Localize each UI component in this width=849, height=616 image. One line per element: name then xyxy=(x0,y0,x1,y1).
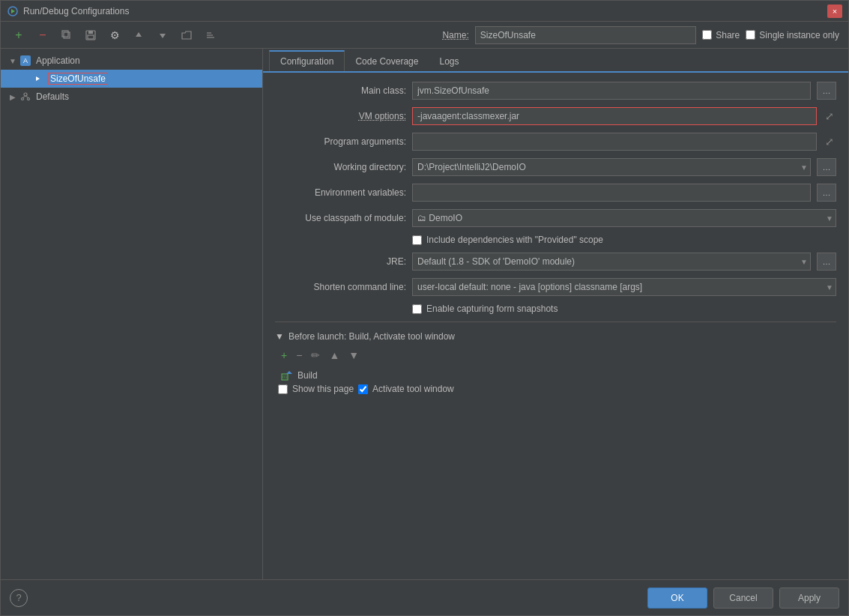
main-class-row: Main class: … xyxy=(275,82,836,100)
run-config-icon xyxy=(31,72,44,85)
build-item: 01 Build xyxy=(275,367,836,384)
window-icon xyxy=(7,5,19,17)
before-launch-up-btn[interactable]: ▲ xyxy=(326,348,342,363)
add-config-button[interactable]: + xyxy=(10,26,28,44)
program-args-label: Program arguments: xyxy=(275,136,406,147)
vm-options-label: VM options: xyxy=(275,111,406,121)
build-icon: 01 xyxy=(281,369,293,381)
copy-config-button[interactable] xyxy=(58,26,76,44)
include-deps-label: Include dependencies with "Provided" sco… xyxy=(426,235,603,245)
include-deps-row: Include dependencies with "Provided" sco… xyxy=(275,235,836,245)
before-launch-remove-btn[interactable]: − xyxy=(293,348,305,363)
classpath-row: Use classpath of module: 🗂 DemoIO ▼ xyxy=(275,209,836,227)
vm-options-input[interactable] xyxy=(412,107,817,125)
program-args-expand-btn[interactable]: ⤢ xyxy=(823,133,836,151)
divider xyxy=(275,321,836,322)
move-down-button[interactable] xyxy=(154,26,172,44)
move-up-button[interactable] xyxy=(130,26,148,44)
env-vars-input[interactable] xyxy=(412,184,811,202)
enable-snapshots-row: Enable capturing form snapshots xyxy=(275,304,836,314)
show-page-checkbox[interactable] xyxy=(278,384,288,394)
working-dir-wrapper: ▼ xyxy=(412,158,811,176)
save-config-button[interactable] xyxy=(82,26,100,44)
tab-configuration[interactable]: Configuration xyxy=(269,50,345,71)
svg-point-16 xyxy=(28,98,30,100)
help-button[interactable]: ? xyxy=(10,589,28,607)
vm-options-expand-btn[interactable]: ⤢ xyxy=(823,107,836,125)
main-content: ▼ A Application SizeOfUnsafe ▶ xyxy=(1,49,848,579)
svg-rect-3 xyxy=(62,31,68,37)
apply-button[interactable]: Apply xyxy=(779,588,839,609)
title-bar: Run/Debug Configurations × xyxy=(1,1,848,22)
activate-tool-window-label: Activate tool window xyxy=(372,384,454,394)
main-class-browse-btn[interactable]: … xyxy=(817,82,836,100)
single-instance-checkbox-label[interactable]: Single instance only xyxy=(746,30,839,40)
tab-code-coverage[interactable]: Code Coverage xyxy=(345,50,429,71)
before-launch-arrow: ▼ xyxy=(275,331,284,342)
svg-point-15 xyxy=(22,98,24,100)
working-dir-browse-btn[interactable]: … xyxy=(817,158,836,176)
before-launch-edit-btn[interactable]: ✏ xyxy=(308,348,323,363)
window-title: Run/Debug Configurations xyxy=(23,6,827,16)
classpath-select-wrapper: 🗂 DemoIO ▼ xyxy=(412,209,836,227)
svg-line-17 xyxy=(22,96,25,98)
svg-rect-5 xyxy=(88,31,93,34)
env-vars-browse-btn[interactable]: … xyxy=(817,184,836,202)
remove-config-button[interactable]: − xyxy=(34,26,52,44)
single-instance-checkbox[interactable] xyxy=(746,30,755,40)
cancel-button[interactable]: Cancel xyxy=(713,588,773,609)
sidebar-item-sizeunsafe[interactable]: SizeOfUnsafe xyxy=(1,70,262,88)
vm-options-row: VM options: ⤢ xyxy=(275,107,836,125)
settings-button[interactable]: ⚙ xyxy=(106,26,124,44)
svg-marker-21 xyxy=(286,371,292,374)
svg-point-14 xyxy=(24,93,27,96)
sidebar-item-defaults[interactable]: ▶ Defaults xyxy=(1,88,262,106)
config-panel: Main class: … VM options: ⤢ Program argu… xyxy=(263,73,848,579)
before-launch-section: ▼ Before launch: Build, Activate tool wi… xyxy=(275,328,836,397)
sidebar: ▼ A Application SizeOfUnsafe ▶ xyxy=(1,49,263,579)
jre-browse-btn[interactable]: … xyxy=(817,253,836,271)
enable-snapshots-checkbox[interactable] xyxy=(412,304,422,314)
defaults-arrow: ▶ xyxy=(7,93,19,101)
share-checkbox[interactable] xyxy=(702,30,712,40)
application-folder-icon: A xyxy=(19,54,32,67)
working-dir-input[interactable] xyxy=(412,158,811,176)
jre-select[interactable]: Default (1.8 - SDK of 'DemoIO' module) xyxy=(412,253,811,271)
config-name-input[interactable] xyxy=(475,26,696,44)
program-args-row: Program arguments: ⤢ xyxy=(275,133,836,151)
sidebar-item-application[interactable]: ▼ A Application xyxy=(1,52,262,70)
svg-line-18 xyxy=(25,96,28,98)
classpath-select[interactable]: 🗂 DemoIO xyxy=(412,209,836,227)
svg-rect-6 xyxy=(88,35,94,39)
jre-label: JRE: xyxy=(275,256,406,267)
tabs-bar: Configuration Code Coverage Logs xyxy=(263,49,848,73)
before-launch-add-btn[interactable]: + xyxy=(278,348,290,363)
footer-left: ? xyxy=(10,589,647,607)
svg-marker-1 xyxy=(11,9,15,13)
folder-button[interactable] xyxy=(178,26,196,44)
share-checkbox-label[interactable]: Share xyxy=(702,30,740,40)
main-class-label: Main class: xyxy=(275,85,406,96)
tab-logs[interactable]: Logs xyxy=(429,50,469,71)
close-button[interactable]: × xyxy=(827,4,842,18)
before-launch-toolbar: + − ✏ ▲ ▼ xyxy=(275,348,836,363)
sort-button[interactable] xyxy=(202,26,220,44)
before-launch-title: ▼ Before launch: Build, Activate tool wi… xyxy=(275,331,836,342)
shorten-cmd-select[interactable]: user-local default: none - java [options… xyxy=(412,278,836,296)
before-launch-down-btn[interactable]: ▼ xyxy=(345,348,362,363)
expand-arrow: ▼ xyxy=(7,57,19,65)
activate-tool-window-checkbox[interactable] xyxy=(358,384,368,394)
main-class-input[interactable] xyxy=(412,82,811,100)
program-args-input[interactable] xyxy=(412,133,817,151)
sidebar-application-label: Application xyxy=(36,55,80,66)
name-row: + − ⚙ Name: Share Single instance o xyxy=(1,22,848,49)
right-panel: Configuration Code Coverage Logs Main cl… xyxy=(263,49,848,579)
include-deps-checkbox[interactable] xyxy=(412,235,422,245)
ok-button[interactable]: OK xyxy=(647,588,707,609)
svg-marker-8 xyxy=(160,34,166,38)
working-dir-row: Working directory: ▼ … xyxy=(275,158,836,176)
working-dir-label: Working directory: xyxy=(275,162,406,172)
svg-text:01: 01 xyxy=(283,375,288,379)
env-vars-row: Environment variables: … xyxy=(275,184,836,202)
shorten-cmd-label: Shorten command line: xyxy=(275,282,406,292)
